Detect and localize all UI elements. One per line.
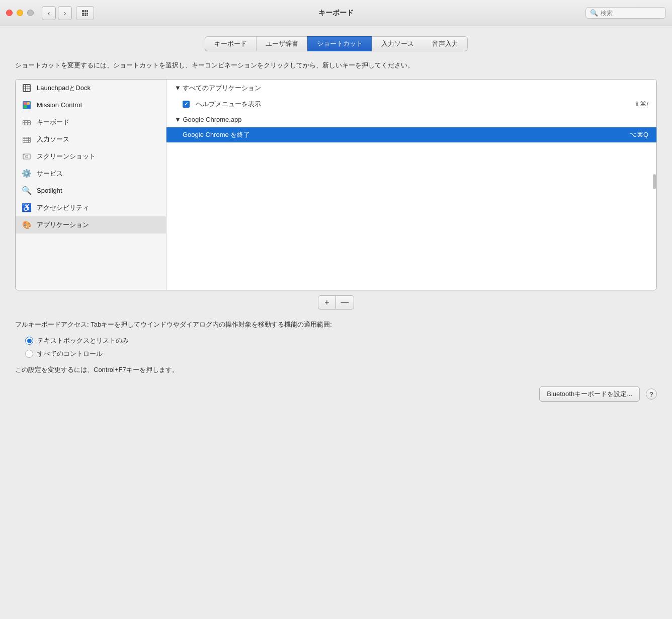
add-remove-bar: + — [15, 295, 657, 310]
svg-rect-5 [87, 13, 88, 15]
add-shortcut-button[interactable]: + [318, 295, 336, 310]
radio-textbox-only[interactable]: テキストボックスとリストのみ [15, 334, 657, 347]
keyboard-icon [22, 117, 32, 127]
sidebar-label-accessibility: アクセシビリティ [37, 203, 89, 212]
tab-voice-input[interactable]: 音声入力 [423, 36, 468, 51]
svg-rect-2 [87, 10, 88, 12]
panels-container: LaunchpadとDock Mission Control [15, 79, 657, 290]
zoom-button[interactable] [27, 10, 34, 16]
quit-chrome-keys: ⌥⌘Q [629, 131, 648, 138]
fka-section: フルキーボードアクセス: Tabキーを押してウインドウやダイアログ内の操作対象を… [15, 320, 657, 375]
close-button[interactable] [6, 10, 13, 16]
svg-rect-0 [82, 10, 84, 12]
sidebar-item-keyboard[interactable]: キーボード [16, 114, 166, 131]
minimize-button[interactable] [17, 10, 23, 16]
bluetooth-keyboard-button[interactable]: Bluetoothキーボードを設定... [539, 386, 640, 402]
svg-rect-6 [82, 15, 84, 16]
sidebar-label-spotlight: Spotlight [37, 187, 62, 194]
svg-point-10 [26, 155, 28, 158]
window-title: キーボード [318, 9, 354, 18]
screenshot-icon [22, 151, 32, 162]
search-input[interactable] [601, 10, 661, 17]
nav-buttons: ‹ › [42, 6, 72, 20]
sidebar-item-accessibility[interactable]: ♿ アクセシビリティ [16, 199, 166, 216]
help-button[interactable]: ? [646, 389, 657, 400]
radio-all-controls[interactable]: すべてのコントロール [15, 347, 657, 360]
section-all-apps-header[interactable]: ▼ すべてのアプリケーション [166, 80, 656, 97]
left-panel: LaunchpadとDock Mission Control [16, 80, 166, 290]
search-icon: 🔍 [590, 9, 598, 17]
help-menu-keys: ⇧⌘/ [634, 100, 648, 108]
grid-button[interactable] [76, 6, 94, 20]
sidebar-label-screenshot: スクリーンショット [37, 152, 96, 161]
mission-control-icon [22, 100, 32, 110]
remove-shortcut-button[interactable]: — [336, 295, 354, 310]
right-panel: ▼ すべてのアプリケーション ヘルプメニューを表示 ⇧⌘/ ▼ Google C… [166, 80, 656, 290]
main-content: キーボード ユーザ辞書 ショートカット 入力ソース 音声入力 ショートカットを変… [0, 26, 672, 619]
sidebar-label-mission: Mission Control [37, 101, 82, 109]
chrome-section-label: ▼ Google Chrome.app [175, 116, 242, 123]
tab-keyboard[interactable]: キーボード [205, 36, 256, 51]
sidebar-label-launchpad: LaunchpadとDock [37, 84, 91, 93]
all-apps-section-label: ▼ すべてのアプリケーション [175, 84, 261, 93]
sidebar-item-services[interactable]: ⚙️ サービス [16, 165, 166, 182]
titlebar: ‹ › キーボード 🔍 [0, 0, 672, 26]
radio-all-controls-label: すべてのコントロール [37, 349, 103, 358]
spotlight-icon: 🔍 [22, 186, 32, 196]
sidebar-label-services: サービス [37, 169, 63, 178]
radio-textbox-only-label: テキストボックスとリストのみ [37, 336, 129, 345]
shortcut-row-quit-chrome[interactable]: Google Chrome を終了 ⌥⌘Q [166, 127, 656, 142]
search-box[interactable]: 🔍 [585, 7, 666, 19]
radio-textbox-only-circle[interactable] [25, 337, 33, 345]
back-button[interactable]: ‹ [42, 6, 56, 20]
svg-rect-3 [82, 13, 84, 15]
accessibility-icon: ♿ [22, 203, 32, 213]
sidebar-label-keyboard: キーボード [37, 118, 69, 127]
input-source-icon [22, 134, 32, 144]
traffic-lights [6, 10, 34, 16]
svg-rect-8 [87, 15, 88, 16]
sidebar-label-applications: アプリケーション [37, 220, 89, 229]
applications-icon: 🎨 [22, 220, 32, 230]
help-menu-label: ヘルプメニューを表示 [196, 100, 628, 109]
sidebar-label-input-source: 入力ソース [37, 135, 69, 144]
svg-rect-4 [85, 13, 87, 15]
shortcut-row-help[interactable]: ヘルプメニューを表示 ⇧⌘/ [166, 97, 656, 112]
fka-title: フルキーボードアクセス: Tabキーを押してウインドウやダイアログ内の操作対象を… [15, 320, 657, 330]
scroll-thumb[interactable] [653, 174, 656, 189]
tabs: キーボード ユーザ辞書 ショートカット 入力ソース 音声入力 [15, 36, 657, 51]
svg-rect-1 [85, 10, 87, 12]
tab-shortcuts[interactable]: ショートカット [307, 36, 372, 51]
services-icon: ⚙️ [22, 169, 32, 179]
sidebar-item-mission[interactable]: Mission Control [16, 97, 166, 114]
sidebar-item-spotlight[interactable]: 🔍 Spotlight [16, 182, 166, 199]
radio-all-controls-circle[interactable] [25, 350, 33, 358]
help-menu-checkbox[interactable] [183, 101, 190, 108]
sidebar-item-screenshot[interactable]: スクリーンショット [16, 148, 166, 165]
forward-button[interactable]: › [58, 6, 72, 20]
sidebar-item-launchpad[interactable]: LaunchpadとDock [16, 80, 166, 97]
sidebar-item-input-source[interactable]: 入力ソース [16, 131, 166, 148]
fka-hint: この設定を変更するには、Control+F7キーを押します。 [15, 365, 657, 374]
svg-rect-7 [85, 15, 87, 16]
description-text: ショートカットを変更するには、ショートカットを選択し、キーコンビネーションをクリ… [15, 60, 657, 71]
sidebar-item-applications[interactable]: 🎨 アプリケーション [16, 216, 166, 234]
launchpad-icon [22, 83, 32, 93]
section-chrome-header[interactable]: ▼ Google Chrome.app [166, 112, 656, 127]
tab-user-dict[interactable]: ユーザ辞書 [256, 36, 307, 51]
bottom-bar: Bluetoothキーボードを設定... ? [15, 386, 657, 402]
tab-input-sources[interactable]: 入力ソース [372, 36, 423, 51]
quit-chrome-label: Google Chrome を終了 [183, 130, 623, 139]
